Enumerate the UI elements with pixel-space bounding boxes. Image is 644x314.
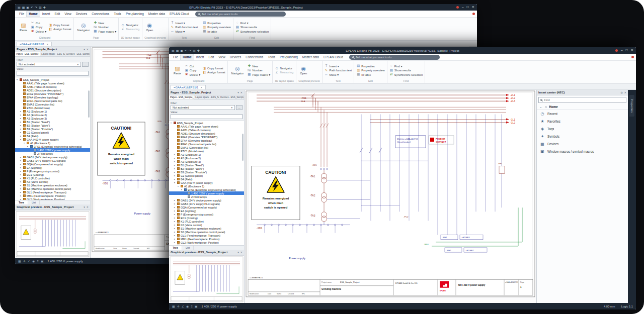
tree-item[interactable]: ▸ GAB2 (24 V supply PLC signals) [169,202,244,205]
tree-item[interactable]: ▸ GAB1 (24 V device power supply) [15,155,90,159]
insert-search-input[interactable] [544,98,624,101]
panel-menu-icon[interactable]: ▾ [84,48,85,51]
undo-icon[interactable]: ↶ [185,49,187,52]
new-page-button[interactable]: ✚New [247,64,270,68]
tree-item[interactable]: ▸ GAB2 (24 V supply PLC signals) [15,159,90,162]
back-icon[interactable]: ← [539,105,543,109]
new-icon[interactable]: ▤ [172,49,175,52]
tree-item[interactable]: AAA1 (Title page / cover sheet) [169,125,244,128]
tree-item[interactable]: ▾ EFS1 (Electrical engineering schematic… [169,188,244,191]
tree-view-tab[interactable]: Tree [169,246,182,250]
paste-button[interactable]: ▨ Paste [172,65,183,75]
ribbon-search-input[interactable] [202,13,283,16]
tree-item[interactable]: ▸ GL1 (Feed workpiece: Transport) [169,234,244,237]
tree-item[interactable]: ▸ MM1 (Feed workpiece: Position) [169,237,244,241]
tree-item[interactable]: AAA1 (Title page / cover sheet) [15,81,90,85]
paste-button[interactable]: ▨ Paste [18,22,29,32]
tree-item[interactable]: ADB1 (Structure description) [15,88,90,92]
insert-center-item[interactable]: ★ Favorites [537,118,628,125]
insert-center-item[interactable]: ▦ Devices [537,140,628,148]
ribbon-tab[interactable]: Home [27,11,40,17]
tree-item[interactable]: ▸ A2 (Enclosure 2) [15,113,90,117]
magnet-icon[interactable]: ▣ [41,260,44,263]
graphical-preview[interactable] [169,255,244,303]
filter-value-input[interactable] [17,71,89,76]
assign-format-button[interactable]: ◧Assign format [48,28,71,31]
panel-close-icon[interactable]: ✕ [240,91,243,94]
ribbon-tab[interactable]: Home [181,54,194,60]
panel-menu-icon[interactable]: ▾ [237,251,239,254]
tree-item[interactable]: ▸ B3 (Station "Provide") [169,170,244,174]
ribbon-tab[interactable]: Connections [90,11,111,17]
ribbon-tab[interactable]: Master data [146,11,167,17]
tree-item[interactable]: ▸ K1 (PLC controller) [15,176,90,180]
panel-close-icon[interactable]: ✕ [87,48,89,51]
panel-menu-icon[interactable]: ▾ [237,91,239,94]
property-overview-button[interactable]: ▥Property overview [202,26,230,29]
snap-icon[interactable]: ✛ [23,260,26,263]
navigator-tab[interactable]: Layout space - ESS_Sa... [40,52,65,56]
tree-item[interactable]: AAB1 (Table of contents) [169,128,244,132]
tree-item[interactable]: ▸ S1 (Machine operation enclosure) [169,227,244,230]
ribbon-tab[interactable]: View [62,11,73,17]
layers-icon[interactable]: ≡ [37,260,39,263]
save-icon[interactable]: ▣ [26,6,29,9]
object-snap-icon[interactable]: ◉ [186,305,189,308]
show-results-button[interactable]: ▤Show results [235,26,269,29]
document-tab[interactable]: =GAA+A1&EFS1/1 ✕ [171,85,206,89]
panel-close-icon[interactable]: ✕ [624,91,626,94]
panel-menu-icon[interactable]: ▾ [84,205,85,208]
ribbon-tab[interactable]: EPLAN Cloud [168,11,191,17]
tree-item[interactable]: EFA2 (Overview "PROFINET") [15,92,90,95]
copy-format-button[interactable]: ◨Copy format [202,67,225,70]
insert-center-item[interactable]: ✦ Symbols [537,133,628,140]
open-icon[interactable]: ▦ [22,6,25,9]
insert-center-item[interactable]: ▣ Window macros / symbol macros [537,148,628,155]
3d-navigator-button[interactable]: ◇Navigator [121,24,139,27]
navigator-tab[interactable]: Pages - ESS_Sample_P... [15,52,40,56]
ribbon-tab[interactable]: File [17,11,26,17]
tree-item[interactable]: ▾ GAA (400 V power supply) [15,138,90,141]
tree-item[interactable]: ▾ ESS_Sample_Project [15,78,90,81]
tree-item[interactable]: ▸ B2 (Station "Work") [169,167,244,170]
account-icon[interactable] [456,6,459,9]
insert-icon[interactable]: ✚ [197,49,200,52]
insert-center-item[interactable]: ◷ Recent [537,110,628,118]
tree-item[interactable]: ▸ C2 (Control panel) [169,174,244,177]
tree-item[interactable]: ▸ EA (Lighting) [169,209,244,213]
measuring-button[interactable]: ∠Measuring [275,71,293,74]
magnet-icon[interactable]: ▣ [195,305,198,308]
ribbon-tab[interactable]: Master data [300,54,321,60]
schematic-canvas[interactable] [245,90,536,303]
tree-item[interactable]: ▸ GQA (Compressed air supply) [169,205,244,209]
tree-item[interactable]: EFH1 (Summarized parts list) [15,99,90,102]
filter-select[interactable]: Not activated ▼ [171,105,235,110]
minimize-button[interactable]: – [462,6,464,9]
navigator-tab[interactable]: Pages - ESS_Sample_P... [169,95,194,99]
tree-item[interactable]: ▸ K2 (Valve control) [15,180,90,183]
synchronize-selection-button[interactable]: ⇄Synchronize selection [235,30,269,33]
tree-item[interactable]: ▸ B4 (Field) [15,134,90,138]
number-button[interactable]: №Number [247,69,270,72]
tree-item[interactable]: ▾ ESS_Sample_Project [169,121,244,125]
document-tab[interactable]: =GAA+A1&EFS1/1 ✕ [17,42,52,46]
tree-view-tab[interactable]: Tree [15,200,28,204]
ribbon-tab[interactable]: Connections [244,54,265,60]
tree-item[interactable]: ▸ K2 (Valve control) [169,223,244,227]
navigator-tab[interactable]: Devices - ESS_Sample... [219,95,244,99]
tree-item[interactable]: ▸ MM2 (Work workpiece: Position) [169,244,244,245]
tree-item[interactable]: ADB1 (Structure description) [169,132,244,135]
ribbon-tab[interactable]: Tools [112,11,123,17]
ribbon-tab[interactable]: File [171,54,180,60]
pin-icon[interactable]: ◎ [620,91,622,94]
tree-item[interactable]: ▸ A3 (Enclosure 3) [169,160,244,163]
account-icon[interactable] [615,49,618,52]
tree-item[interactable]: AAB1 (Table of contents) [15,85,90,88]
properties-tab[interactable]: Properties [629,95,634,117]
tree-item[interactable]: ▸ A3 (Enclosure 3) [15,117,90,120]
in-table-button[interactable]: ▦In table [202,30,230,33]
assign-format-button[interactable]: ◧Assign format [202,71,225,74]
ribbon-tab[interactable]: Tools [266,54,277,60]
open-preview-button[interactable]: ◉ Open [144,22,154,32]
tree-item[interactable]: ▾ A1 (Enclosure 1) [15,141,90,145]
